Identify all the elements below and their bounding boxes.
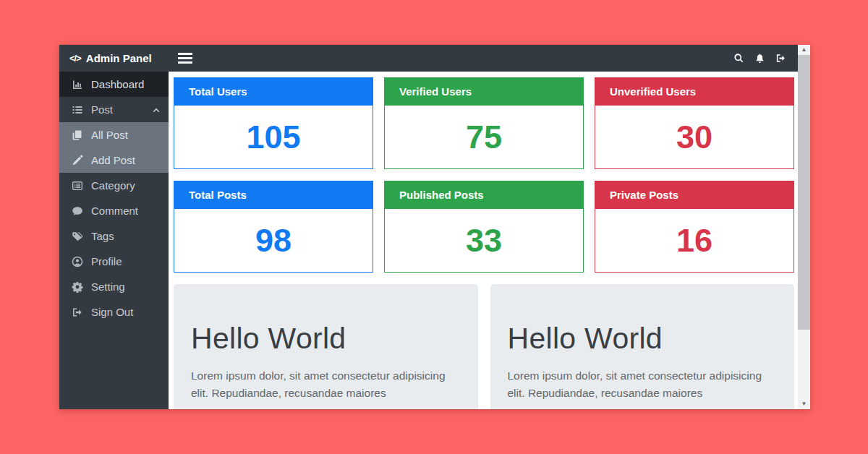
app-window: </> Admin Panel Dashboard (59, 45, 810, 409)
stat-card-value: 105 (174, 106, 373, 168)
scroll-thumb[interactable] (798, 55, 810, 330)
jumbotron-text: Lorem ipsum dolor, sit amet consectetur … (191, 367, 459, 402)
jumbotron-left: Hello World Lorem ipsum dolor, sit amet … (174, 284, 478, 409)
sidebar-item-label: Profile (91, 255, 122, 267)
user-circle-icon (71, 256, 83, 267)
pen-icon (71, 155, 83, 166)
stat-card-published-posts: Published Posts 33 (384, 181, 584, 273)
sidebar-item-category[interactable]: Category (59, 173, 169, 198)
stat-card-private-posts: Private Posts 16 (595, 181, 794, 273)
stat-card-value: 98 (174, 209, 373, 272)
jumbotron-title: Hello World (508, 322, 778, 356)
jumbotron-text: Lorem ipsum dolor, sit amet consectetur … (508, 367, 775, 402)
stat-card-total-posts: Total Posts 98 (174, 181, 373, 273)
stat-card-value: 30 (595, 106, 793, 168)
code-icon: </> (69, 53, 81, 64)
stat-card-value: 16 (595, 209, 793, 272)
sidebar-item-label: Post (91, 103, 113, 116)
sidebar-item-label: Setting (91, 280, 125, 293)
sidebar-item-label: Sign Out (91, 306, 133, 318)
stat-card-title: Total Users (174, 78, 373, 106)
stat-card-value: 75 (385, 106, 583, 168)
stat-card-verified-users: Verified Users 75 (384, 77, 584, 169)
sidebar: Dashboard Post All Post (59, 72, 169, 409)
copy-icon (71, 129, 83, 141)
sidebar-item-setting[interactable]: Setting (59, 274, 169, 299)
stats-row-users: Total Users 105 Verified Users 75 Unveri… (174, 77, 794, 169)
bell-icon[interactable] (754, 53, 765, 64)
list-icon (71, 104, 83, 116)
sidebar-item-label: All Post (91, 129, 128, 141)
comment-icon (71, 205, 83, 217)
navbar-right-icons (733, 53, 786, 64)
stat-card-title: Verified Users (385, 78, 583, 106)
stat-card-total-users: Total Users 105 (174, 77, 373, 169)
sidebar-item-label: Dashboard (91, 78, 144, 90)
sidebar-item-tags[interactable]: Tags (59, 223, 169, 249)
scrollbar[interactable]: ▲ ▼ (798, 45, 810, 409)
sidebar-item-label: Comment (91, 205, 138, 217)
stat-card-title: Unverified Users (595, 78, 793, 106)
tags-icon (71, 231, 83, 242)
gear-icon (71, 281, 83, 293)
sidebar-item-sign-out[interactable]: Sign Out (59, 299, 169, 325)
sidebar-item-all-post[interactable]: All Post (59, 122, 169, 147)
sidebar-item-dashboard[interactable]: Dashboard (59, 72, 169, 97)
scroll-down-arrow[interactable]: ▼ (798, 399, 810, 409)
jumbotron-title: Hello World (191, 322, 461, 356)
top-navbar: </> Admin Panel (59, 45, 798, 72)
stat-card-title: Private Posts (595, 181, 793, 209)
stat-card-title: Total Posts (174, 181, 373, 209)
chart-bar-icon (71, 79, 83, 90)
jumbotron-right: Hello World Lorem ipsum dolor, sit amet … (490, 284, 795, 409)
scroll-up-arrow[interactable]: ▲ (798, 45, 810, 55)
sidebar-item-comment[interactable]: Comment (59, 198, 169, 223)
sign-out-icon[interactable] (775, 53, 786, 64)
sign-out-icon (71, 307, 83, 318)
stat-card-unverified-users: Unverified Users 30 (595, 77, 794, 169)
brand-label: Admin Panel (86, 52, 152, 64)
main-content: Total Users 105 Verified Users 75 Unveri… (169, 72, 798, 409)
sidebar-item-post[interactable]: Post (59, 97, 169, 122)
jumbotron-row: Hello World Lorem ipsum dolor, sit amet … (174, 284, 794, 409)
sidebar-item-label: Add Post (91, 154, 135, 166)
stats-row-posts: Total Posts 98 Published Posts 33 Privat… (174, 181, 794, 273)
chevron-up-icon (153, 106, 160, 113)
stat-card-value: 33 (385, 209, 583, 272)
stat-card-title: Published Posts (385, 181, 583, 209)
brand-link[interactable]: </> Admin Panel (69, 52, 176, 64)
sidebar-item-profile[interactable]: Profile (59, 249, 169, 274)
sidebar-item-label: Tags (91, 230, 114, 242)
hamburger-icon[interactable] (176, 50, 194, 67)
sidebar-item-label: Category (91, 179, 135, 192)
list-alt-icon (71, 180, 83, 192)
search-icon[interactable] (733, 53, 744, 64)
sidebar-item-add-post[interactable]: Add Post (59, 147, 169, 173)
